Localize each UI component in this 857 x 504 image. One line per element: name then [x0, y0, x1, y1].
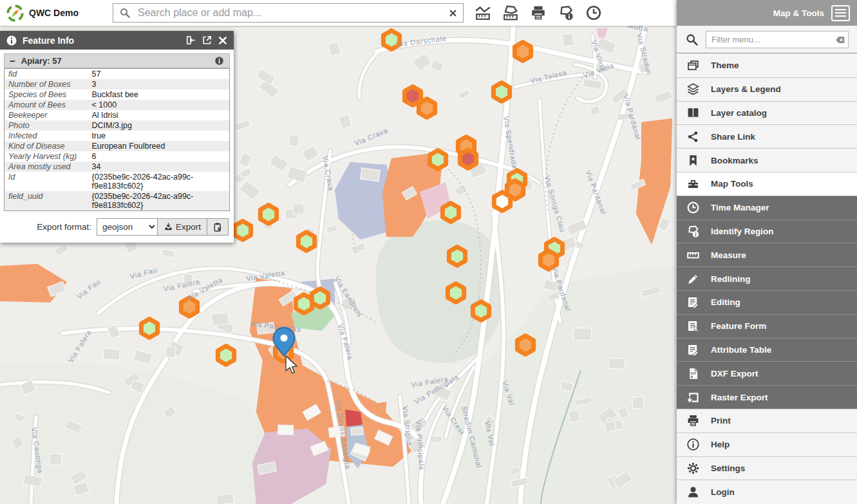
export-format-select[interactable]: geojson	[97, 218, 158, 236]
apiary-marker[interactable]	[260, 205, 276, 224]
apiary-marker[interactable]	[473, 302, 489, 321]
apiary-marker[interactable]	[449, 247, 465, 266]
print-button[interactable]	[529, 3, 548, 23]
attribute-label: Photo	[5, 120, 88, 131]
bookmark-icon	[686, 154, 700, 167]
sidebar-item-feature-form[interactable]: Feature Form	[677, 314, 857, 338]
apiary-marker[interactable]	[419, 99, 435, 118]
apiary-marker[interactable]	[218, 346, 234, 365]
raster-export-icon	[686, 391, 700, 404]
sidebar-item-dxf-export[interactable]: DXF Export	[677, 361, 857, 385]
sidebar-item-editing[interactable]: Editing	[677, 290, 857, 314]
sidebar-item-label: Feature Form	[711, 321, 766, 331]
sidebar-item-label: Redlining	[711, 274, 751, 284]
sidebar-item-login[interactable]: Login	[677, 480, 857, 503]
sidebar-item-label: DXF Export	[711, 369, 758, 378]
attribute-label: Kind of Disease	[5, 141, 88, 151]
attribute-label: Number of Boxes	[5, 79, 88, 89]
sidebar-item-label: Layer catalog	[711, 108, 767, 118]
sidebar-item-identify-region[interactable]: Identify Region	[677, 219, 857, 243]
feature-zoom-info-icon[interactable]	[214, 56, 224, 66]
sidebar-item-layer-catalog[interactable]: Layer catalog	[677, 101, 857, 125]
measure-area-button[interactable]	[501, 3, 520, 23]
feature-attribute-row: Area mostly used34	[5, 162, 230, 172]
dock-panel-button[interactable]	[185, 35, 196, 46]
app-title: QWC Demo	[29, 8, 79, 18]
export-row: Export format: geojson Export	[4, 211, 230, 243]
apiary-marker[interactable]	[234, 221, 250, 240]
feature-attribute-row: Species of BeesBuckfast bee	[5, 89, 230, 100]
time-manager-button[interactable]	[584, 3, 603, 23]
apiary-marker[interactable]	[312, 289, 328, 308]
apiary-marker[interactable]	[429, 151, 446, 169]
sidebar-item-redlining[interactable]: Redlining	[677, 266, 857, 290]
sidebar-item-attribute-table[interactable]: Attribute Table	[677, 338, 857, 362]
sidebar-item-label: Attribute Table	[711, 345, 771, 355]
sidebar-item-map-tools[interactable]: Map Tools	[677, 172, 857, 196]
apiary-marker[interactable]	[442, 203, 458, 222]
sidebar-filter-row	[677, 26, 857, 53]
sidebar-item-label: Share Link	[711, 132, 755, 142]
detach-panel-button[interactable]	[202, 35, 212, 46]
apiary-marker[interactable]	[298, 232, 314, 251]
feature-info-panel: Feature Info − Apiary: 57 fid57Number of…	[0, 31, 234, 243]
feature-section-header[interactable]: − Apiary: 57	[4, 53, 230, 68]
apiary-marker[interactable]	[493, 83, 509, 102]
sidebar-item-settings[interactable]: Settings	[677, 456, 857, 480]
attribute-value: < 1000	[88, 100, 230, 110]
apiary-marker[interactable]	[517, 336, 533, 355]
sidebar-item-time-manager[interactable]: Time Manager	[677, 196, 857, 219]
apiary-marker[interactable]	[296, 295, 312, 313]
search-icon	[119, 7, 131, 19]
collapse-icon[interactable]: −	[10, 56, 15, 66]
sidebar-item-measure[interactable]: Measure	[677, 243, 857, 266]
pencil-icon	[686, 272, 700, 286]
search-box	[113, 3, 464, 23]
layers-icon	[686, 82, 700, 96]
form-cursor-icon	[686, 319, 700, 333]
attribute-value: {0235be9c-2026-42ac-a99c-f9e8183fc602}	[88, 172, 230, 191]
measure-area-icon	[502, 5, 519, 21]
search-input[interactable]	[137, 6, 443, 19]
attribute-label: field_uuid	[5, 191, 88, 211]
apiary-marker[interactable]	[514, 42, 531, 61]
sidebar-item-share-link[interactable]: Share Link	[677, 124, 857, 148]
attribute-value: 34	[88, 162, 230, 172]
sidebar-item-layers-legend[interactable]: Layers & Legend	[677, 77, 857, 101]
attribute-label: Yearly Harvest (kg)	[5, 151, 88, 162]
sidebar-item-label: Settings	[711, 463, 745, 473]
dxf-file-icon	[686, 367, 700, 380]
sidebar-item-raster-export[interactable]: Raster Export	[677, 385, 857, 409]
attribute-value: 6	[88, 151, 230, 162]
filter-clear-icon[interactable]	[835, 35, 845, 45]
info-badge-icon	[6, 35, 17, 46]
sidebar-item-label: Editing	[711, 297, 740, 307]
copy-to-clipboard-button[interactable]	[207, 218, 229, 236]
sidebar-item-theme[interactable]: Theme	[677, 53, 857, 77]
sidebar-item-bookmarks[interactable]: Bookmarks	[677, 148, 857, 172]
sidebar-item-label: Measure	[711, 250, 746, 260]
identify-region-button[interactable]	[556, 3, 576, 23]
search-clear-icon[interactable]	[449, 9, 457, 17]
apiary-marker[interactable]	[460, 150, 476, 169]
hamburger-menu-icon[interactable]	[831, 5, 850, 21]
sidebar-item-label: Layers & Legend	[711, 84, 781, 94]
apiary-marker[interactable]	[494, 192, 510, 211]
attribute-value: 3	[88, 79, 230, 89]
feature-section-title: Apiary: 57	[21, 56, 62, 66]
measure-line-button[interactable]	[473, 3, 493, 23]
attribute-value: DCIM/3.jpg	[88, 120, 230, 131]
sidebar-item-help[interactable]: Help	[677, 433, 857, 456]
attribute-label: Id	[5, 172, 88, 191]
print-icon	[530, 5, 547, 21]
clipboard-icon	[212, 222, 223, 232]
feature-attribute-row: Yearly Harvest (kg)6	[5, 151, 230, 162]
apiary-marker[interactable]	[447, 284, 464, 303]
user-icon	[686, 485, 700, 499]
sidebar-item-print[interactable]: Print	[677, 409, 857, 433]
apiary-marker[interactable]	[141, 319, 157, 338]
close-panel-button[interactable]	[218, 35, 228, 46]
filter-menu-input[interactable]	[706, 31, 849, 48]
edit-list-icon	[686, 295, 700, 309]
export-button[interactable]: Export	[158, 218, 207, 236]
